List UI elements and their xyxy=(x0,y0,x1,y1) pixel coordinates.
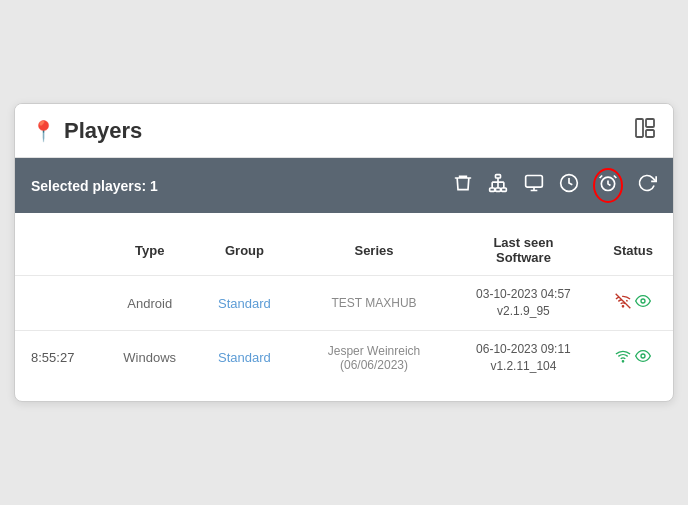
svg-rect-12 xyxy=(526,176,543,188)
svg-rect-5 xyxy=(496,188,501,191)
row1-group: Standard xyxy=(195,276,295,331)
svg-line-18 xyxy=(614,176,617,179)
row1-lastseen: 03-10-2023 04:57 v2.1.9_95 xyxy=(454,276,594,331)
col-header-lastseen: Last seenSoftware xyxy=(454,229,594,276)
col-header-status: Status xyxy=(593,229,673,276)
svg-point-23 xyxy=(641,354,645,358)
row1-type: Android xyxy=(105,276,195,331)
svg-rect-2 xyxy=(646,130,654,137)
selected-label: Selected players: 1 xyxy=(31,178,158,194)
svg-rect-4 xyxy=(490,188,495,191)
svg-line-17 xyxy=(600,176,603,179)
network-icon[interactable] xyxy=(487,173,509,198)
table-area: Type Group Series Last seenSoftware Stat… xyxy=(15,213,673,400)
clock-icon[interactable] xyxy=(559,173,579,198)
row2-time: 8:55:27 xyxy=(15,331,105,385)
players-table: Type Group Series Last seenSoftware Stat… xyxy=(15,229,673,384)
wifi-off-icon xyxy=(615,293,631,313)
row2-type: Windows xyxy=(105,331,195,385)
eye-icon xyxy=(635,293,651,313)
page-title: Players xyxy=(64,118,142,144)
alarm-icon[interactable] xyxy=(593,168,623,203)
row2-lastseen: 06-10-2023 09:11 v1.2.11_104 xyxy=(454,331,594,385)
delete-icon[interactable] xyxy=(453,173,473,198)
svg-point-22 xyxy=(622,360,623,361)
players-panel: 📍 Players Selected players: 1 xyxy=(14,103,674,401)
svg-rect-1 xyxy=(646,119,654,127)
row2-series: Jesper Weinreich (06/06/2023) xyxy=(294,331,453,385)
row2-status xyxy=(593,331,673,385)
col-header-type: Type xyxy=(105,229,195,276)
monitor-icon[interactable] xyxy=(523,173,545,198)
svg-rect-0 xyxy=(636,119,643,137)
panel-title: 📍 Players xyxy=(31,118,142,144)
row1-status xyxy=(593,276,673,331)
toolbar-icons xyxy=(453,168,657,203)
row2-group: Standard xyxy=(195,331,295,385)
svg-point-20 xyxy=(622,306,623,307)
svg-rect-3 xyxy=(496,175,501,178)
eye-icon-2 xyxy=(635,348,651,368)
wifi-icon xyxy=(615,348,631,368)
layout-icon[interactable] xyxy=(633,116,657,145)
table-row: 8:55:27 Windows Standard Jesper Weinreic… xyxy=(15,331,673,385)
row1-time xyxy=(15,276,105,331)
row1-series: TEST MAXHUB xyxy=(294,276,453,331)
panel-header: 📍 Players xyxy=(15,104,673,158)
svg-rect-6 xyxy=(501,188,506,191)
toolbar: Selected players: 1 xyxy=(15,158,673,213)
col-header-series: Series xyxy=(294,229,453,276)
refresh-icon[interactable] xyxy=(637,173,657,198)
table-row: Android Standard TEST MAXHUB 03-10-2023 … xyxy=(15,276,673,331)
col-header-time xyxy=(15,229,105,276)
svg-point-21 xyxy=(641,299,645,303)
pin-icon: 📍 xyxy=(31,119,56,143)
col-header-group: Group xyxy=(195,229,295,276)
